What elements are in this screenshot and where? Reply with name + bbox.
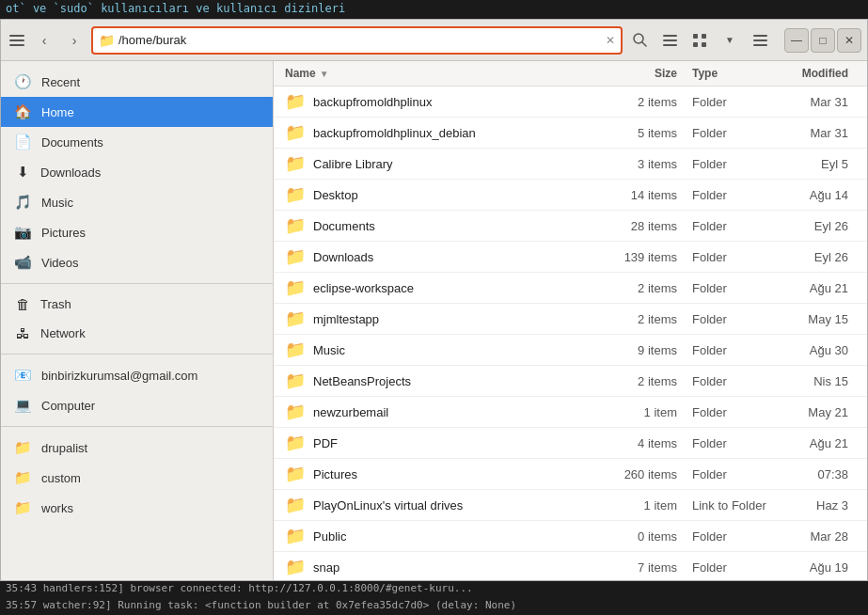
sidebar-item-music[interactable]: 🎵 Music xyxy=(1,187,273,217)
file-name: newzurbemail xyxy=(313,405,592,419)
location-clear-icon[interactable]: ✕ xyxy=(606,34,615,47)
sidebar-item-documents[interactable]: 📄 Documents xyxy=(1,127,273,157)
folder-icon: 📁 xyxy=(285,153,306,174)
table-row[interactable]: 📁 Pictures 260 items Folder 07:38 xyxy=(274,459,867,490)
sidebar-label-network: Network xyxy=(40,326,86,340)
toggle-sidebar-button[interactable] xyxy=(7,30,27,51)
file-name: NetBeansProjects xyxy=(313,374,592,388)
file-size: 2 items xyxy=(592,374,677,388)
column-size[interactable]: Size xyxy=(592,67,677,80)
sidebar-icon-home: 🏠 xyxy=(14,103,32,120)
minimize-button[interactable]: — xyxy=(784,28,809,53)
table-row[interactable]: 📁 backupfromoldhplinux 2 items Folder Ma… xyxy=(274,87,867,118)
file-modified: Mar 31 xyxy=(781,126,856,140)
file-type: Folder xyxy=(677,219,781,233)
file-name: Documents xyxy=(313,219,592,233)
folder-icon: 📁 xyxy=(285,526,306,546)
file-type: Folder xyxy=(677,405,781,419)
table-row[interactable]: 📁 newzurbemail 1 item Folder May 21 xyxy=(274,397,867,428)
sidebar-label-home: Home xyxy=(41,105,74,119)
file-size: 5 items xyxy=(592,126,677,140)
file-modified: Ağu 19 xyxy=(781,560,856,575)
column-name[interactable]: Name ▼ xyxy=(285,67,592,80)
sidebar-item-home[interactable]: 🏠 Home xyxy=(1,97,273,127)
file-type: Folder xyxy=(677,250,781,264)
sidebar-label-trash: Trash xyxy=(40,297,71,311)
menu-button[interactable] xyxy=(747,27,773,54)
sidebar-item-works[interactable]: 📁 works xyxy=(1,493,273,523)
sidebar-item-drupalist[interactable]: 📁 drupalist xyxy=(1,433,273,463)
sidebar-label-downloads: Downloads xyxy=(40,166,101,180)
file-type: Folder xyxy=(677,157,781,171)
view-toggle-button[interactable]: ▼ xyxy=(717,27,743,54)
terminal-bottom-1: 35:43 handlers:152] browser connected: h… xyxy=(0,581,868,598)
view-grid-button[interactable] xyxy=(687,27,713,54)
file-rows-container: 📁 backupfromoldhplinux 2 items Folder Ma… xyxy=(274,87,867,580)
table-row[interactable]: 📁 Desktop 14 items Folder Ağu 14 xyxy=(274,180,867,211)
sidebar-item-trash[interactable]: 🗑 Trash xyxy=(1,290,273,319)
location-bar[interactable]: 📁 /home/burak ✕ xyxy=(91,26,623,55)
folder-icon: 📁 xyxy=(285,557,306,577)
sidebar-item-custom[interactable]: 📁 custom xyxy=(1,463,273,493)
table-row[interactable]: 📁 eclipse-workspace 2 items Folder Ağu 2… xyxy=(274,273,867,304)
folder-icon: 📁 xyxy=(285,91,306,112)
table-row[interactable]: 📁 PDF 4 items Folder Ağu 21 xyxy=(274,428,867,459)
sidebar-icon-network: 🖧 xyxy=(14,325,31,341)
table-row[interactable]: 📁 backupfromoldhplinux_debian 5 items Fo… xyxy=(274,118,867,149)
svg-rect-1 xyxy=(9,39,24,41)
view-list-button[interactable] xyxy=(656,27,683,54)
file-type: Folder xyxy=(677,374,781,388)
table-row[interactable]: 📁 Public 0 items Folder Mar 28 xyxy=(274,521,867,552)
file-type: Folder xyxy=(677,343,781,357)
file-list: Name ▼ Size Type Modified 📁 backupfromol… xyxy=(274,61,867,580)
table-row[interactable]: 📁 Downloads 139 items Folder Eyl 26 xyxy=(274,242,867,273)
file-name: snap xyxy=(313,560,592,575)
file-modified: Ağu 14 xyxy=(781,188,856,202)
column-modified[interactable]: Modified xyxy=(781,67,856,80)
sidebar-item-computer[interactable]: 💻 Computer xyxy=(1,390,273,420)
svg-rect-8 xyxy=(693,34,698,39)
table-row[interactable]: 📁 mjmltestapp 2 items Folder May 15 xyxy=(274,304,867,335)
folder-icon: 📁 xyxy=(285,215,306,236)
sidebar-item-recent[interactable]: 🕐 Recent xyxy=(1,67,273,97)
back-button[interactable]: ‹ xyxy=(31,27,57,54)
sidebar-label-pictures: Pictures xyxy=(41,226,86,240)
file-size: 3 items xyxy=(592,157,677,171)
sidebar-divider-1 xyxy=(1,283,273,284)
folder-icon: 📁 xyxy=(285,122,306,143)
folder-icon: 📁 xyxy=(285,277,306,298)
maximize-button[interactable]: □ xyxy=(811,28,835,53)
file-modified: 07:38 xyxy=(781,467,856,481)
search-button[interactable] xyxy=(626,27,653,54)
table-row[interactable]: 📁 Music 9 items Folder Ağu 30 xyxy=(274,335,867,366)
sidebar-item-videos[interactable]: 📹 Videos xyxy=(1,247,273,277)
file-size: 1 item xyxy=(592,405,677,419)
location-path: /home/burak xyxy=(118,33,602,47)
column-type[interactable]: Type xyxy=(677,67,781,80)
sidebar-icon-trash: 🗑 xyxy=(14,296,31,312)
sidebar-item-email[interactable]: 📧 binbirizkurumsal@gmail.com xyxy=(1,360,273,390)
table-row[interactable]: 📁 NetBeansProjects 2 items Folder Nis 15 xyxy=(274,366,867,397)
close-button[interactable]: ✕ xyxy=(837,28,861,53)
table-row[interactable]: 📁 snap 7 items Folder Ağu 19 xyxy=(274,552,867,580)
file-type: Link to Folder xyxy=(677,498,781,512)
sidebar-item-pictures[interactable]: 📷 Pictures xyxy=(1,217,273,247)
file-name: mjmltestapp xyxy=(313,312,592,326)
file-type: Folder xyxy=(677,560,781,575)
svg-rect-12 xyxy=(753,35,767,37)
file-size: 1 item xyxy=(592,498,677,512)
file-type: Folder xyxy=(677,281,781,295)
forward-button[interactable]: › xyxy=(61,27,87,54)
file-name: Music xyxy=(313,343,592,357)
sidebar-icon-music: 🎵 xyxy=(14,194,32,211)
table-row[interactable]: 📁 Documents 28 items Folder Eyl 26 xyxy=(274,211,867,242)
table-row[interactable]: 📁 Calibre Library 3 items Folder Eyl 5 xyxy=(274,149,867,180)
sidebar-item-network[interactable]: 🖧 Network xyxy=(1,319,273,348)
file-type: Folder xyxy=(677,436,781,450)
table-row[interactable]: 📁 PlayOnLinux's virtual drives 1 item Li… xyxy=(274,490,867,521)
sidebar-label-videos: Videos xyxy=(41,256,79,270)
file-name: backupfromoldhplinux xyxy=(313,95,592,109)
sidebar-icon-computer: 💻 xyxy=(14,397,32,414)
svg-rect-13 xyxy=(753,39,767,41)
sidebar-item-downloads[interactable]: ⬇ Downloads xyxy=(1,157,273,187)
